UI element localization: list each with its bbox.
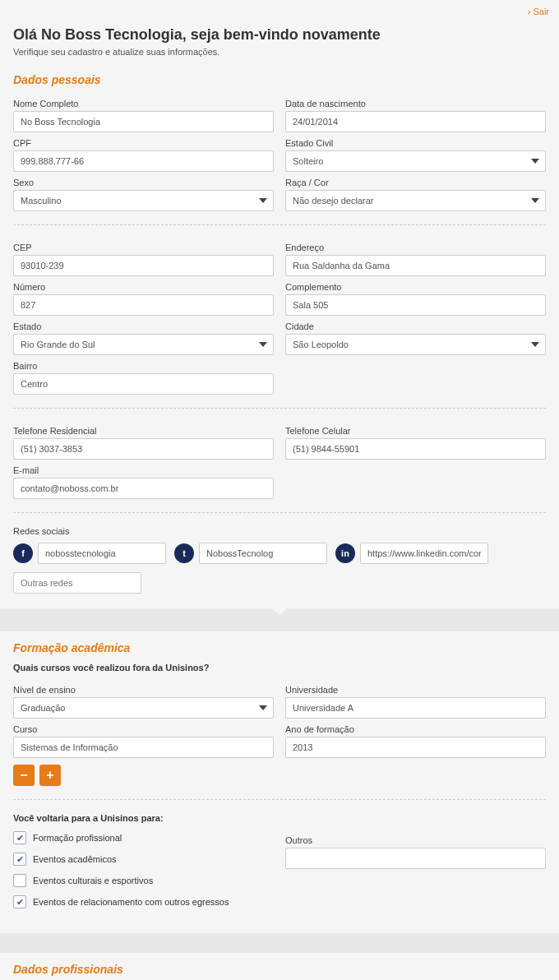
district-label: Bairro — [13, 361, 274, 371]
civil-label: Estado Civil — [285, 138, 546, 148]
district-input[interactable] — [13, 373, 274, 395]
academic-title: Formação acadêmica — [13, 641, 546, 654]
state-label: Estado — [13, 321, 274, 331]
divider — [13, 408, 546, 409]
cell-label: Telefone Celular — [285, 426, 546, 436]
social-label: Redes sociais — [13, 526, 546, 536]
professional-section: Dados profissionais Profissão PROFISSION… — [0, 953, 559, 980]
checkbox-academic-events[interactable] — [13, 853, 26, 866]
divider — [13, 224, 546, 225]
university-input[interactable] — [285, 697, 546, 719]
dob-input[interactable] — [285, 111, 546, 132]
name-label: Nome Completo — [13, 99, 274, 109]
checkbox-prof-training[interactable] — [13, 831, 26, 844]
remove-button[interactable]: − — [13, 765, 35, 786]
year-input[interactable] — [285, 737, 546, 758]
sex-select[interactable]: Masculino — [13, 190, 274, 211]
checkbox-alumni-events[interactable] — [13, 895, 26, 908]
personal-title: Dados pessoais — [13, 73, 546, 86]
state-select[interactable]: Rio Grande do Sul — [13, 334, 274, 355]
email-input[interactable] — [13, 478, 274, 499]
academic-section: Formação acadêmica Quais cursos você rea… — [0, 631, 559, 933]
personal-section: Dados pessoais Nome Completo Data de nas… — [0, 63, 559, 608]
dob-label: Data de nascimento — [285, 99, 546, 109]
academic-question: Quais cursos você realizou fora da Unisi… — [13, 663, 546, 673]
page-title: Olá No Boss Tecnologia, seja bem-vindo n… — [13, 26, 546, 44]
level-select[interactable]: Graduação — [13, 697, 274, 719]
civil-select[interactable]: Solteiro — [285, 150, 546, 172]
exit-link[interactable]: Sair — [533, 7, 549, 16]
checkbox-label: Formação profissional — [33, 833, 122, 843]
course-label: Curso — [13, 724, 274, 734]
race-select[interactable]: Não desejo declarar — [285, 190, 546, 211]
topbar: › Sair — [0, 0, 559, 23]
checkbox-cultural-events[interactable] — [13, 874, 26, 887]
section-separator — [0, 608, 559, 631]
city-select[interactable]: São Leopoldo — [285, 334, 546, 355]
year-label: Ano de formação — [285, 724, 546, 734]
section-separator — [0, 933, 559, 953]
divider — [13, 512, 546, 513]
level-label: Nível de ensino — [13, 685, 274, 695]
comp-label: Complemento — [285, 282, 546, 292]
twitter-input[interactable] — [199, 543, 327, 564]
city-label: Cidade — [285, 321, 546, 331]
course-input[interactable] — [13, 737, 274, 758]
email-label: E-mail — [13, 465, 274, 475]
minus-icon: − — [20, 768, 27, 783]
facebook-icon: f — [13, 543, 33, 563]
comp-input[interactable] — [285, 294, 546, 316]
number-label: Número — [13, 282, 274, 292]
name-input[interactable] — [13, 111, 274, 132]
page-subtitle: Verifique seu cadastro e atualize suas i… — [13, 47, 546, 57]
divider — [13, 799, 546, 800]
professional-title: Dados profissionais — [13, 963, 546, 976]
arrow-down-icon — [271, 608, 288, 616]
phone-input[interactable] — [13, 438, 274, 460]
others-input[interactable] — [285, 848, 546, 869]
race-label: Raça / Cor — [285, 178, 546, 187]
other-social-input[interactable] — [13, 572, 141, 594]
cpf-label: CPF — [13, 138, 274, 148]
return-question: Você voltaria para a Unisinos para: — [13, 813, 546, 823]
linkedin-icon: in — [335, 543, 355, 563]
checkbox-label: Eventos de relacionamento com outros egr… — [33, 897, 229, 907]
cell-input[interactable] — [285, 438, 546, 460]
sex-label: Sexo — [13, 178, 274, 187]
plus-icon: + — [46, 768, 53, 783]
phone-label: Telefone Residencial — [13, 426, 274, 436]
others-label: Outros — [285, 835, 546, 845]
cep-input[interactable] — [13, 255, 274, 276]
address-label: Endereço — [285, 243, 546, 252]
number-input[interactable] — [13, 294, 274, 316]
twitter-icon: t — [174, 543, 194, 563]
add-button[interactable]: + — [39, 765, 61, 786]
linkedin-input[interactable] — [360, 543, 488, 564]
address-input[interactable] — [285, 255, 546, 276]
page-header: Olá No Boss Tecnologia, seja bem-vindo n… — [0, 23, 559, 63]
checkbox-label: Eventos acadêmicos — [33, 854, 117, 864]
cpf-input[interactable] — [13, 150, 274, 172]
chevron-right-icon: › — [528, 7, 531, 16]
university-label: Universidade — [285, 685, 546, 695]
checkbox-label: Eventos culturais e esportivos — [33, 876, 153, 885]
facebook-input[interactable] — [38, 543, 166, 564]
cep-label: CEP — [13, 243, 274, 252]
